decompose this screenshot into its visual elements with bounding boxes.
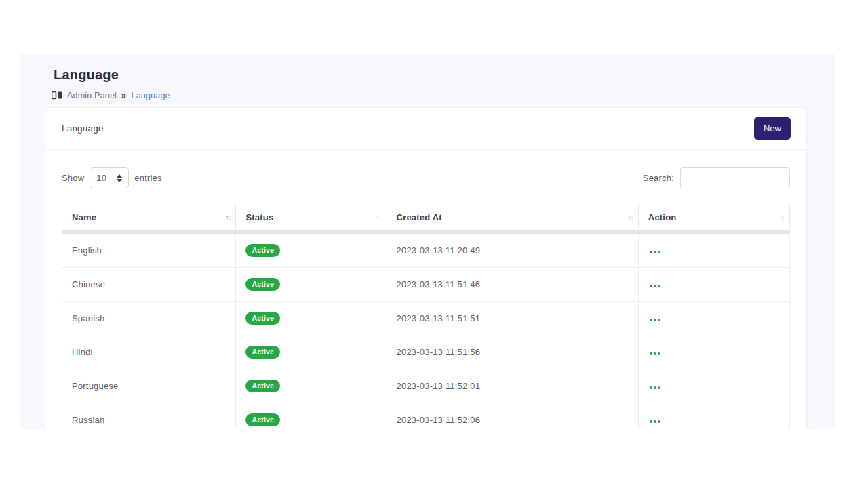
status-badge: Active xyxy=(245,244,280,257)
created-at-cell: 2023-03-13 11:51:51 xyxy=(387,302,638,336)
column-header-action[interactable]: Action ↑↓ xyxy=(638,203,789,232)
sort-icon: ↑↓ xyxy=(376,213,381,221)
table-body: English Active 2023-03-13 11:20:49 Chine… xyxy=(62,232,790,430)
language-name-cell: Spanish xyxy=(62,302,236,336)
ellipsis-dots-icon[interactable] xyxy=(648,384,662,392)
status-cell: Active xyxy=(236,232,387,268)
table-controls: Show 10 entries Search: xyxy=(62,167,790,188)
created-at-cell: 2023-03-13 11:52:01 xyxy=(387,369,638,403)
column-header-status[interactable]: Status ↑↓ xyxy=(236,203,387,232)
sort-icon: ↑↓ xyxy=(628,213,633,221)
ellipsis-dots-icon[interactable] xyxy=(648,418,662,426)
language-name-cell: Hindi xyxy=(62,336,236,369)
status-badge: Active xyxy=(245,380,280,392)
action-cell xyxy=(638,302,789,336)
column-header-created-at[interactable]: Created At ↑↓ xyxy=(387,203,638,232)
table-row: Spanish Active 2023-03-13 11:51:51 xyxy=(62,302,790,336)
breadcrumb-current[interactable]: Language xyxy=(132,91,170,100)
created-at-cell: 2023-03-13 11:52:06 xyxy=(387,403,638,430)
new-button[interactable]: New xyxy=(754,117,791,140)
ellipsis-dots-icon[interactable] xyxy=(648,350,662,358)
content-area: Language Admin Panel » Language Language… xyxy=(20,54,835,429)
language-table: Name ↑↓ Status ↑↓ Created At ↑↓ Action xyxy=(62,203,790,429)
breadcrumb: Admin Panel » Language xyxy=(52,90,835,100)
table-row: Hindi Active 2023-03-13 11:51:56 xyxy=(62,336,790,369)
created-at-cell: 2023-03-13 11:51:56 xyxy=(387,336,638,369)
table-row: Russian Active 2023-03-13 11:52:06 xyxy=(62,403,790,430)
language-name-cell: Chinese xyxy=(62,268,236,302)
action-cell xyxy=(638,268,789,302)
status-badge: Active xyxy=(245,413,280,426)
up-down-arrows-icon xyxy=(117,174,122,182)
page-length-control: Show 10 entries xyxy=(62,167,162,188)
breadcrumb-separator: » xyxy=(121,90,126,100)
status-cell: Active xyxy=(236,403,387,430)
action-cell xyxy=(638,403,789,430)
search-control: Search: xyxy=(643,167,790,188)
ellipsis-dots-icon[interactable] xyxy=(648,248,662,256)
created-at-cell: 2023-03-13 11:20:49 xyxy=(387,232,638,268)
sort-icon: ↑↓ xyxy=(225,213,230,221)
page-size-value: 10 xyxy=(96,173,106,183)
status-cell: Active xyxy=(236,369,387,403)
action-cell xyxy=(638,232,789,268)
table-row: English Active 2023-03-13 11:20:49 xyxy=(62,232,790,268)
page-title: Language xyxy=(54,67,835,83)
sort-icon: ↑↓ xyxy=(779,213,784,221)
language-name-cell: Russian xyxy=(62,403,236,430)
entries-label: entries xyxy=(134,173,161,183)
dashboard-grid-icon xyxy=(52,91,62,100)
status-badge: Active xyxy=(245,312,280,325)
column-header-name[interactable]: Name ↑↓ xyxy=(62,203,236,232)
status-badge: Active xyxy=(245,278,280,291)
language-name-cell: English xyxy=(62,232,236,268)
status-cell: Active xyxy=(236,336,387,369)
card-body: Show 10 entries Search: xyxy=(45,150,806,429)
ellipsis-dots-icon[interactable] xyxy=(648,316,662,324)
table-header-row: Name ↑↓ Status ↑↓ Created At ↑↓ Action xyxy=(62,203,790,232)
page-size-select[interactable]: 10 xyxy=(90,167,129,188)
search-label: Search: xyxy=(643,173,674,183)
card-header: Language New xyxy=(45,108,806,150)
ellipsis-dots-icon[interactable] xyxy=(648,282,662,290)
action-cell xyxy=(638,336,789,369)
status-cell: Active xyxy=(236,302,387,336)
language-name-cell: Portuguese xyxy=(62,369,236,403)
search-input[interactable] xyxy=(680,167,790,188)
breadcrumb-root[interactable]: Admin Panel xyxy=(67,91,117,100)
action-cell xyxy=(638,369,789,403)
table-row: Chinese Active 2023-03-13 11:51:46 xyxy=(62,268,790,302)
created-at-cell: 2023-03-13 11:51:46 xyxy=(387,268,638,302)
show-label: Show xyxy=(62,173,84,183)
status-cell: Active xyxy=(236,268,387,302)
language-card: Language New Show 10 entries Search: xyxy=(45,107,807,429)
status-badge: Active xyxy=(245,346,280,359)
card-title: Language xyxy=(62,123,104,134)
table-row: Portuguese Active 2023-03-13 11:52:01 xyxy=(62,369,790,403)
